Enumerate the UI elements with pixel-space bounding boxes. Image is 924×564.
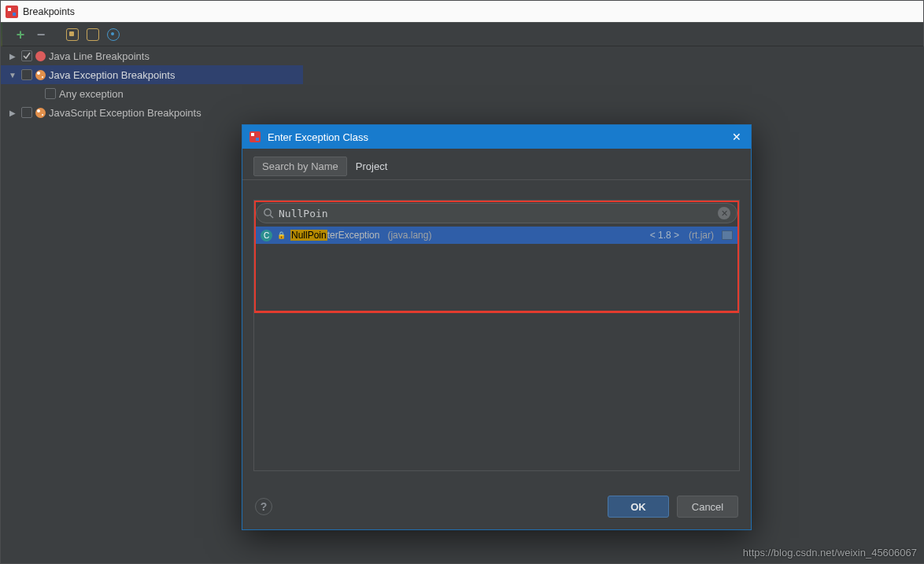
svg-rect-0 [6, 6, 18, 18]
result-rest: terException [327, 230, 380, 241]
expand-arrow-icon[interactable]: ▼ [7, 71, 18, 79]
circle-dot-icon [107, 28, 120, 41]
svg-rect-5 [256, 138, 259, 141]
exception-breakpoint-icon [35, 108, 46, 118]
expand-arrow-icon[interactable]: ▶ [7, 109, 18, 117]
dialog-body: ✕ C 🔒 NullPointerException (java.lang) <… [253, 188, 740, 471]
tab-project[interactable]: Project [347, 157, 396, 176]
search-field-wrap[interactable]: ✕ [256, 203, 737, 223]
tree-row[interactable]: ▶ JavaScript Exception Breakpoints [1, 103, 303, 122]
intellij-icon [249, 131, 261, 143]
expand-arrow-icon[interactable]: ▶ [7, 52, 18, 61]
library-icon [722, 230, 733, 240]
breakpoints-window: Breakpoints + − ▶ Java Line Breakpoints … [0, 0, 924, 564]
search-icon [263, 208, 274, 219]
svg-rect-4 [251, 133, 254, 136]
help-button[interactable]: ? [255, 498, 272, 515]
view-breakpoints-button[interactable] [84, 26, 102, 43]
exception-breakpoint-icon [35, 70, 46, 80]
checkbox[interactable] [21, 50, 32, 61]
checkbox[interactable] [45, 88, 56, 99]
window-title: Breakpoints [23, 6, 75, 17]
lock-icon: 🔒 [277, 231, 286, 239]
search-input[interactable] [279, 208, 713, 219]
tab-search-by-name[interactable]: Search by Name [253, 157, 347, 176]
clear-icon[interactable]: ✕ [718, 207, 730, 219]
tree-row[interactable]: Any exception [1, 84, 303, 103]
search-results: C 🔒 NullPointerException (java.lang) < 1… [256, 227, 737, 471]
checkbox[interactable] [21, 107, 32, 118]
dialog-footer: ? OK Cancel [242, 484, 751, 529]
breakpoint-dot-icon [35, 51, 46, 61]
view-icon [87, 28, 99, 41]
titlebar[interactable]: Breakpoints [1, 1, 923, 23]
result-jdk: < 1.8 > [650, 230, 679, 241]
dialog-tabs: Search by Name Project [242, 149, 751, 180]
result-item[interactable]: C 🔒 NullPointerException (java.lang) < 1… [256, 227, 737, 244]
class-icon: C [261, 230, 272, 241]
group-icon [66, 28, 79, 41]
watermark-text: https://blog.csdn.net/weixin_45606067 [743, 547, 917, 558]
cancel-button[interactable]: Cancel [677, 496, 738, 518]
svg-point-6 [264, 209, 271, 216]
mute-breakpoints-button[interactable] [105, 26, 122, 43]
close-icon[interactable]: ✕ [729, 131, 745, 143]
breakpoints-tree[interactable]: ▶ Java Line Breakpoints ▼ Java Exception… [1, 46, 303, 122]
tree-label: Java Exception Breakpoints [49, 69, 175, 81]
result-match: NullPoin [290, 230, 327, 241]
dialog-titlebar[interactable]: Enter Exception Class ✕ [242, 125, 751, 149]
tree-row[interactable]: ▼ Java Exception Breakpoints [1, 65, 303, 84]
add-breakpoint-button[interactable]: + [12, 26, 29, 43]
ok-button[interactable]: OK [608, 496, 669, 518]
app-icon [6, 6, 18, 18]
svg-rect-2 [13, 13, 16, 16]
svg-rect-1 [8, 8, 11, 11]
tree-label: Java Line Breakpoints [49, 50, 150, 62]
tree-row[interactable]: ▶ Java Line Breakpoints [1, 46, 303, 65]
dialog-title: Enter Exception Class [268, 131, 368, 143]
remove-breakpoint-button[interactable]: − [32, 26, 50, 43]
result-library: (rt.jar) [689, 230, 714, 241]
group-breakpoints-button[interactable] [64, 26, 81, 43]
svg-line-7 [270, 215, 273, 218]
tree-label: JavaScript Exception Breakpoints [49, 107, 201, 119]
tree-label: Any exception [59, 88, 124, 100]
result-package: (java.lang) [387, 230, 431, 241]
checkbox[interactable] [21, 69, 32, 80]
enter-exception-class-dialog: Enter Exception Class ✕ Search by Name P… [242, 124, 752, 530]
toolbar: + − [1, 23, 923, 46]
